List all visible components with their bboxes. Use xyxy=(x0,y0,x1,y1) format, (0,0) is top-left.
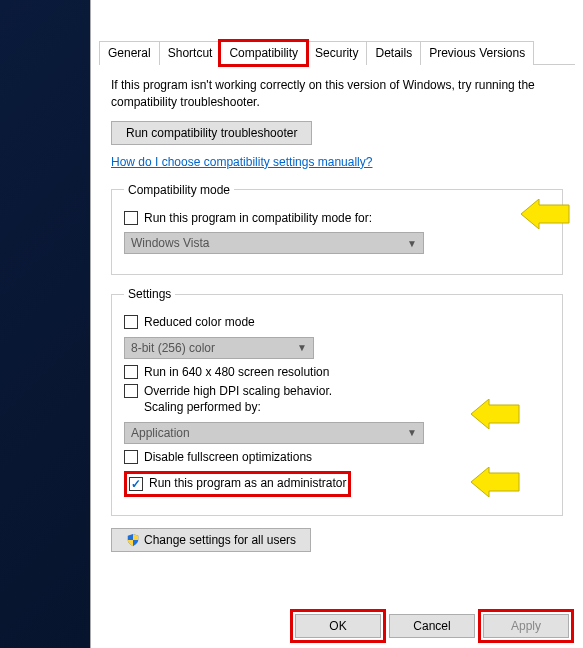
run-as-admin-highlight: Run this program as an administrator xyxy=(124,471,351,497)
chevron-down-icon: ▼ xyxy=(407,238,417,249)
tab-security[interactable]: Security xyxy=(306,41,367,65)
chevron-down-icon: ▼ xyxy=(407,427,417,438)
change-all-users-button[interactable]: Change settings for all users xyxy=(111,528,311,552)
tab-content: If this program isn't working correctly … xyxy=(91,65,583,564)
tab-general[interactable]: General xyxy=(99,41,160,65)
run-as-admin-label: Run this program as an administrator xyxy=(149,476,346,492)
dpi-scaling-select[interactable]: Application ▼ xyxy=(124,422,424,444)
tab-previous-versions[interactable]: Previous Versions xyxy=(420,41,534,65)
disable-fullscreen-label: Disable fullscreen optimizations xyxy=(144,450,312,466)
intro-text: If this program isn't working correctly … xyxy=(111,77,563,111)
shield-icon xyxy=(126,533,140,547)
run-troubleshooter-button[interactable]: Run compatibility troubleshooter xyxy=(111,121,312,145)
help-link[interactable]: How do I choose compatibility settings m… xyxy=(111,155,372,169)
ok-button[interactable]: OK xyxy=(295,614,381,638)
settings-legend: Settings xyxy=(124,287,175,301)
tab-shortcut[interactable]: Shortcut xyxy=(159,41,222,65)
properties-dialog: General Shortcut Compatibility Security … xyxy=(90,0,583,648)
dialog-buttons: OK Cancel Apply xyxy=(295,614,569,638)
cancel-button[interactable]: Cancel xyxy=(389,614,475,638)
run-640-checkbox[interactable] xyxy=(124,365,138,379)
compat-mode-label: Run this program in compatibility mode f… xyxy=(144,211,372,227)
disable-fullscreen-checkbox[interactable] xyxy=(124,450,138,464)
compat-mode-checkbox[interactable] xyxy=(124,211,138,225)
tab-details[interactable]: Details xyxy=(366,41,421,65)
override-dpi-label: Override high DPI scaling behavior. Scal… xyxy=(144,384,332,415)
chevron-down-icon: ▼ xyxy=(297,342,307,353)
dpi-scaling-value: Application xyxy=(131,426,190,440)
tab-compatibility[interactable]: Compatibility xyxy=(220,41,307,65)
settings-group: Settings Reduced color mode 8-bit (256) … xyxy=(111,287,563,516)
override-dpi-checkbox[interactable] xyxy=(124,384,138,398)
change-all-users-label: Change settings for all users xyxy=(144,533,296,547)
color-mode-select[interactable]: 8-bit (256) color ▼ xyxy=(124,337,314,359)
apply-button[interactable]: Apply xyxy=(483,614,569,638)
tab-strip: General Shortcut Compatibility Security … xyxy=(99,40,575,65)
compatibility-mode-legend: Compatibility mode xyxy=(124,183,234,197)
run-as-admin-checkbox[interactable] xyxy=(129,477,143,491)
compat-mode-value: Windows Vista xyxy=(131,236,209,250)
compat-mode-select[interactable]: Windows Vista ▼ xyxy=(124,232,424,254)
run-640-label: Run in 640 x 480 screen resolution xyxy=(144,365,329,381)
reduced-color-label: Reduced color mode xyxy=(144,315,255,331)
compatibility-mode-group: Compatibility mode Run this program in c… xyxy=(111,183,563,276)
color-mode-value: 8-bit (256) color xyxy=(131,341,215,355)
reduced-color-checkbox[interactable] xyxy=(124,315,138,329)
